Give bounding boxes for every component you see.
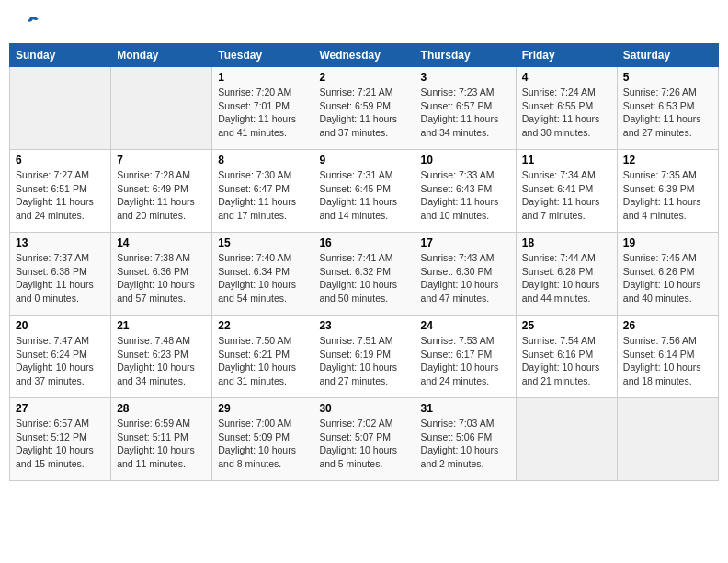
day-info: Sunrise: 7:50 AM Sunset: 6:21 PM Dayligh… bbox=[218, 334, 307, 388]
day-info: Sunrise: 7:30 AM Sunset: 6:47 PM Dayligh… bbox=[218, 168, 307, 223]
calendar-cell bbox=[10, 67, 111, 150]
logo bbox=[18, 14, 40, 29]
day-info: Sunrise: 7:20 AM Sunset: 7:01 PM Dayligh… bbox=[218, 86, 307, 140]
day-number: 1 bbox=[218, 71, 307, 84]
calendar-week-2: 6Sunrise: 7:27 AM Sunset: 6:51 PM Daylig… bbox=[10, 150, 719, 233]
day-number: 10 bbox=[421, 154, 510, 167]
calendar-cell: 8Sunrise: 7:30 AM Sunset: 6:47 PM Daylig… bbox=[212, 150, 313, 233]
day-number: 21 bbox=[117, 319, 206, 332]
calendar-table: SundayMondayTuesdayWednesdayThursdayFrid… bbox=[9, 43, 719, 481]
day-info: Sunrise: 7:54 AM Sunset: 6:16 PM Dayligh… bbox=[522, 334, 611, 388]
day-number: 22 bbox=[218, 319, 307, 332]
day-number: 4 bbox=[522, 71, 611, 84]
calendar-week-3: 13Sunrise: 7:37 AM Sunset: 6:38 PM Dayli… bbox=[10, 233, 719, 316]
day-number: 3 bbox=[421, 71, 510, 84]
day-number: 9 bbox=[319, 154, 408, 167]
day-number: 16 bbox=[319, 236, 408, 249]
day-info: Sunrise: 7:31 AM Sunset: 6:45 PM Dayligh… bbox=[319, 168, 408, 223]
calendar-cell: 31Sunrise: 7:03 AM Sunset: 5:06 PM Dayli… bbox=[415, 398, 516, 481]
day-number: 11 bbox=[522, 154, 611, 167]
calendar-cell: 4Sunrise: 7:24 AM Sunset: 6:55 PM Daylig… bbox=[516, 67, 617, 150]
calendar-cell: 1Sunrise: 7:20 AM Sunset: 7:01 PM Daylig… bbox=[212, 67, 313, 150]
col-header-tuesday: Tuesday bbox=[212, 44, 313, 67]
calendar-cell: 19Sunrise: 7:45 AM Sunset: 6:26 PM Dayli… bbox=[617, 233, 718, 316]
day-number: 19 bbox=[623, 236, 712, 249]
day-info: Sunrise: 7:00 AM Sunset: 5:09 PM Dayligh… bbox=[218, 417, 307, 471]
calendar-cell bbox=[111, 67, 212, 150]
calendar-cell: 5Sunrise: 7:26 AM Sunset: 6:53 PM Daylig… bbox=[617, 67, 718, 150]
calendar-cell: 11Sunrise: 7:34 AM Sunset: 6:41 PM Dayli… bbox=[516, 150, 617, 233]
logo-bird-icon bbox=[20, 14, 40, 34]
calendar-cell: 2Sunrise: 7:21 AM Sunset: 6:59 PM Daylig… bbox=[313, 67, 415, 150]
calendar-cell: 7Sunrise: 7:28 AM Sunset: 6:49 PM Daylig… bbox=[111, 150, 212, 233]
calendar-cell: 21Sunrise: 7:48 AM Sunset: 6:23 PM Dayli… bbox=[111, 316, 212, 398]
day-info: Sunrise: 7:43 AM Sunset: 6:30 PM Dayligh… bbox=[421, 251, 510, 305]
calendar-cell: 28Sunrise: 6:59 AM Sunset: 5:11 PM Dayli… bbox=[111, 398, 212, 481]
col-header-monday: Monday bbox=[111, 44, 212, 67]
calendar-cell: 10Sunrise: 7:33 AM Sunset: 6:43 PM Dayli… bbox=[415, 150, 516, 233]
day-info: Sunrise: 7:37 AM Sunset: 6:38 PM Dayligh… bbox=[16, 251, 105, 305]
day-info: Sunrise: 7:47 AM Sunset: 6:24 PM Dayligh… bbox=[16, 334, 105, 388]
day-info: Sunrise: 7:35 AM Sunset: 6:39 PM Dayligh… bbox=[623, 168, 712, 223]
calendar-cell: 16Sunrise: 7:41 AM Sunset: 6:32 PM Dayli… bbox=[313, 233, 415, 316]
calendar-cell: 13Sunrise: 7:37 AM Sunset: 6:38 PM Dayli… bbox=[10, 233, 111, 316]
day-info: Sunrise: 7:02 AM Sunset: 5:07 PM Dayligh… bbox=[319, 417, 408, 471]
day-number: 27 bbox=[16, 402, 105, 415]
day-number: 29 bbox=[218, 402, 307, 415]
day-number: 8 bbox=[218, 154, 307, 167]
calendar-cell: 25Sunrise: 7:54 AM Sunset: 6:16 PM Dayli… bbox=[516, 316, 617, 398]
col-header-friday: Friday bbox=[516, 44, 617, 67]
day-info: Sunrise: 7:23 AM Sunset: 6:57 PM Dayligh… bbox=[421, 86, 510, 140]
calendar-week-5: 27Sunrise: 6:57 AM Sunset: 5:12 PM Dayli… bbox=[10, 398, 719, 481]
calendar-cell: 20Sunrise: 7:47 AM Sunset: 6:24 PM Dayli… bbox=[10, 316, 111, 398]
day-info: Sunrise: 7:51 AM Sunset: 6:19 PM Dayligh… bbox=[319, 334, 408, 388]
day-number: 24 bbox=[421, 319, 510, 332]
day-number: 20 bbox=[16, 319, 105, 332]
day-info: Sunrise: 6:57 AM Sunset: 5:12 PM Dayligh… bbox=[16, 417, 105, 471]
day-info: Sunrise: 7:53 AM Sunset: 6:17 PM Dayligh… bbox=[421, 334, 510, 388]
day-number: 13 bbox=[16, 236, 105, 249]
col-header-sunday: Sunday bbox=[10, 44, 111, 67]
calendar-cell: 15Sunrise: 7:40 AM Sunset: 6:34 PM Dayli… bbox=[212, 233, 313, 316]
day-number: 26 bbox=[623, 319, 712, 332]
day-info: Sunrise: 7:28 AM Sunset: 6:49 PM Dayligh… bbox=[117, 168, 206, 223]
day-info: Sunrise: 7:34 AM Sunset: 6:41 PM Dayligh… bbox=[522, 168, 611, 223]
page-header bbox=[9, 9, 719, 34]
day-info: Sunrise: 7:56 AM Sunset: 6:14 PM Dayligh… bbox=[623, 334, 712, 388]
day-info: Sunrise: 7:03 AM Sunset: 5:06 PM Dayligh… bbox=[421, 417, 510, 471]
day-number: 30 bbox=[319, 402, 408, 415]
day-number: 31 bbox=[421, 402, 510, 415]
calendar-cell: 17Sunrise: 7:43 AM Sunset: 6:30 PM Dayli… bbox=[415, 233, 516, 316]
day-number: 17 bbox=[421, 236, 510, 249]
day-info: Sunrise: 7:44 AM Sunset: 6:28 PM Dayligh… bbox=[522, 251, 611, 305]
day-info: Sunrise: 7:40 AM Sunset: 6:34 PM Dayligh… bbox=[218, 251, 307, 305]
calendar-cell bbox=[617, 398, 718, 481]
calendar-cell: 9Sunrise: 7:31 AM Sunset: 6:45 PM Daylig… bbox=[313, 150, 415, 233]
day-info: Sunrise: 7:24 AM Sunset: 6:55 PM Dayligh… bbox=[522, 86, 611, 140]
calendar-cell: 27Sunrise: 6:57 AM Sunset: 5:12 PM Dayli… bbox=[10, 398, 111, 481]
calendar-cell: 3Sunrise: 7:23 AM Sunset: 6:57 PM Daylig… bbox=[415, 67, 516, 150]
day-info: Sunrise: 7:33 AM Sunset: 6:43 PM Dayligh… bbox=[421, 168, 510, 223]
calendar-cell: 6Sunrise: 7:27 AM Sunset: 6:51 PM Daylig… bbox=[10, 150, 111, 233]
day-number: 25 bbox=[522, 319, 611, 332]
day-info: Sunrise: 6:59 AM Sunset: 5:11 PM Dayligh… bbox=[117, 417, 206, 471]
col-header-thursday: Thursday bbox=[415, 44, 516, 67]
calendar-cell: 23Sunrise: 7:51 AM Sunset: 6:19 PM Dayli… bbox=[313, 316, 415, 398]
day-info: Sunrise: 7:26 AM Sunset: 6:53 PM Dayligh… bbox=[623, 86, 712, 140]
col-header-wednesday: Wednesday bbox=[313, 44, 415, 67]
calendar-cell: 24Sunrise: 7:53 AM Sunset: 6:17 PM Dayli… bbox=[415, 316, 516, 398]
day-number: 5 bbox=[623, 71, 712, 84]
calendar-cell: 29Sunrise: 7:00 AM Sunset: 5:09 PM Dayli… bbox=[212, 398, 313, 481]
day-number: 14 bbox=[117, 236, 206, 249]
day-info: Sunrise: 7:41 AM Sunset: 6:32 PM Dayligh… bbox=[319, 251, 408, 305]
day-info: Sunrise: 7:45 AM Sunset: 6:26 PM Dayligh… bbox=[623, 251, 712, 305]
day-info: Sunrise: 7:21 AM Sunset: 6:59 PM Dayligh… bbox=[319, 86, 408, 140]
day-number: 12 bbox=[623, 154, 712, 167]
col-header-saturday: Saturday bbox=[617, 44, 718, 67]
calendar-cell: 26Sunrise: 7:56 AM Sunset: 6:14 PM Dayli… bbox=[617, 316, 718, 398]
calendar-week-4: 20Sunrise: 7:47 AM Sunset: 6:24 PM Dayli… bbox=[10, 316, 719, 398]
day-info: Sunrise: 7:38 AM Sunset: 6:36 PM Dayligh… bbox=[117, 251, 206, 305]
calendar-cell: 30Sunrise: 7:02 AM Sunset: 5:07 PM Dayli… bbox=[313, 398, 415, 481]
day-number: 15 bbox=[218, 236, 307, 249]
calendar-cell: 18Sunrise: 7:44 AM Sunset: 6:28 PM Dayli… bbox=[516, 233, 617, 316]
